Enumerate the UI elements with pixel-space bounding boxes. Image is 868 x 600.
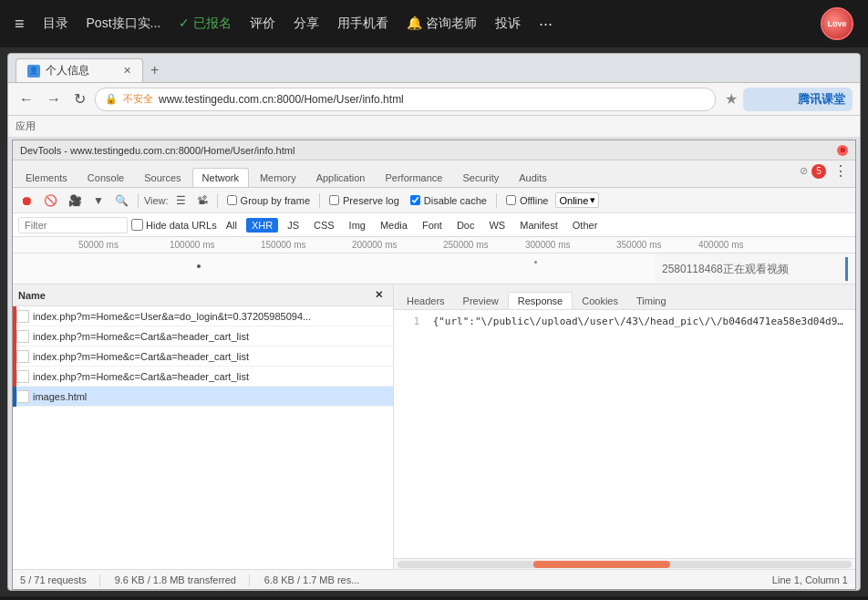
filter-img-btn[interactable]: Img <box>344 218 371 233</box>
toolbar-sep-3 <box>319 193 320 208</box>
address-input[interactable]: 🔒 不安全 www.testingedu.com.cn:8000/Home/Us… <box>95 88 716 111</box>
reload-btn[interactable]: ↻ <box>70 88 89 109</box>
nav-item-share[interactable]: 分享 <box>294 16 319 32</box>
browser-window: 👤 个人信息 ✕ + ← → ↻ 🔒 不安全 www.testingedu.co… <box>7 53 861 591</box>
devtools-status-bar: 5 / 71 requests │ 9.6 KB / 1.8 MB transf… <box>13 569 855 589</box>
tab-network[interactable]: Network <box>192 168 249 187</box>
filter-media-btn[interactable]: Media <box>375 218 413 233</box>
search-btn[interactable]: 🔍 <box>111 192 132 209</box>
devtools-tabs: Elements Console Sources Network Memory … <box>13 160 855 188</box>
bookmark-apps[interactable]: 应用 <box>16 119 36 133</box>
hide-data-urls-checkbox[interactable] <box>131 219 143 231</box>
tab-performance[interactable]: Performance <box>376 169 451 187</box>
filter-btn[interactable]: ▼ <box>89 192 108 209</box>
filter-manifest-btn[interactable]: Manifest <box>514 218 563 233</box>
filter-other-btn[interactable]: Other <box>567 218 604 233</box>
nav-item-enrolled[interactable]: ✓ 已报名 <box>179 16 232 32</box>
filter-css-btn[interactable]: CSS <box>308 218 340 233</box>
timeline-label-250k: 250000 ms <box>443 240 488 250</box>
row-checkbox-5 <box>16 390 29 403</box>
timeline-bars: 2580118468正在观看视频 <box>78 253 855 284</box>
transferred-status: 9.6 KB / 1.8 MB transferred <box>115 574 236 585</box>
detail-tab-cookies[interactable]: Cookies <box>573 293 627 309</box>
hide-data-urls-label: Hide data URLs <box>146 220 217 231</box>
red-indicator <box>13 306 16 387</box>
devtools-title-text: DevTools - www.testingedu.com.cn:8000/Ho… <box>20 145 294 156</box>
toolbar-sep-2 <box>217 193 218 208</box>
cursor-info: Line 1, Column 1 <box>772 574 848 585</box>
grid-view-btn[interactable]: ☰ <box>172 192 190 209</box>
tab-security[interactable]: Security <box>453 169 508 187</box>
tab-console[interactable]: Console <box>78 169 133 187</box>
nav-item-mobile[interactable]: 用手机看 <box>337 16 388 32</box>
nav-item-consult[interactable]: 🔔 咨询老师 <box>407 16 477 32</box>
horizontal-scrollbar[interactable] <box>394 558 855 569</box>
timeline-label-50k: 50000 ms <box>78 240 119 250</box>
disable-cache-checkbox[interactable] <box>410 195 420 205</box>
record-btn[interactable]: ⏺ <box>16 191 36 210</box>
resources-status: 6.8 KB / 1.7 MB res... <box>264 574 360 585</box>
filter-js-btn[interactable]: JS <box>282 218 305 233</box>
film-view-btn[interactable]: 📽 <box>193 192 212 209</box>
error-count-badge: 5 <box>811 164 826 179</box>
network-row-5[interactable]: images.html <box>13 387 393 407</box>
nav-item-catalog[interactable]: 目录 <box>43 16 68 32</box>
network-row-3[interactable]: index.php?m=Home&c=Cart&a=header_cart_li… <box>13 347 393 367</box>
filter-input[interactable] <box>18 217 128 233</box>
camera-btn[interactable]: 🎥 <box>65 192 86 209</box>
filter-xhr-btn[interactable]: XHR <box>246 218 278 233</box>
network-rows-wrapper: index.php?m=Home&c=User&a=do_login&t=0.3… <box>13 306 393 407</box>
timeline-dot-2 <box>534 261 537 264</box>
filter-font-btn[interactable]: Font <box>417 218 448 233</box>
response-text: {"url":"\/public\/upload\/user\/43\/head… <box>433 316 848 327</box>
filter-ws-btn[interactable]: WS <box>483 218 511 233</box>
security-lock-icon: 🔒 <box>105 93 118 105</box>
timeline-label-300k: 300000 ms <box>525 240 570 250</box>
tab-application[interactable]: Application <box>307 169 375 187</box>
tab-close-btn[interactable]: ✕ <box>123 65 131 77</box>
status-sep-2: │ <box>247 574 253 585</box>
network-row-4[interactable]: index.php?m=Home&c=Cart&a=header_cart_li… <box>13 367 393 387</box>
preserve-log-checkbox[interactable] <box>329 195 339 205</box>
tab-memory[interactable]: Memory <box>251 169 305 187</box>
timeline-header: 50000 ms 100000 ms 150000 ms 200000 ms 2… <box>13 237 855 253</box>
detail-line-1: 1 {"url":"\/public\/upload\/user\/43\/he… <box>401 314 848 330</box>
clear-btn[interactable]: 🚫 <box>40 192 61 209</box>
forward-btn[interactable]: → <box>43 89 65 109</box>
scroll-track[interactable] <box>398 561 852 568</box>
group-by-frame-checkbox[interactable] <box>227 195 237 205</box>
detail-tab-timing[interactable]: Timing <box>627 293 676 309</box>
toolbar-sep-4 <box>496 193 497 208</box>
user-avatar[interactable]: Love <box>821 7 853 40</box>
filter-doc-btn[interactable]: Doc <box>451 218 480 233</box>
disable-cache-label: Disable cache <box>424 195 487 206</box>
throttle-select[interactable]: Online ▾ <box>555 192 599 208</box>
browser-tab-active[interactable]: 👤 个人信息 ✕ <box>16 58 143 82</box>
tencent-logo-text: 腾讯课堂 <box>798 91 845 108</box>
close-col-btn[interactable]: ✕ <box>369 289 388 301</box>
tab-title: 个人信息 <box>46 63 89 78</box>
row-name-5: images.html <box>33 391 389 402</box>
new-tab-btn[interactable]: + <box>143 58 166 82</box>
nav-item-post[interactable]: Post接口实... <box>87 16 161 32</box>
tab-elements[interactable]: Elements <box>16 169 77 187</box>
devtools-more-btn[interactable]: ⋮ <box>830 159 852 183</box>
menu-icon[interactable]: ≡ <box>15 15 25 34</box>
nav-item-review[interactable]: 评价 <box>250 16 275 32</box>
offline-checkbox[interactable] <box>506 195 516 205</box>
devtools-close-btn[interactable]: ⊗ <box>837 145 848 156</box>
detail-tab-response[interactable]: Response <box>508 292 574 309</box>
network-row-2[interactable]: index.php?m=Home&c=Cart&a=header_cart_li… <box>13 326 393 347</box>
tab-sources[interactable]: Sources <box>135 169 190 187</box>
nav-more-btn[interactable]: ··· <box>539 15 553 34</box>
back-btn[interactable]: ← <box>16 89 37 109</box>
bookmark-bar: 应用 <box>8 116 860 138</box>
timeline-label-100k: 100000 ms <box>170 240 214 250</box>
filter-all-btn[interactable]: All <box>221 218 243 233</box>
detail-tab-preview[interactable]: Preview <box>454 293 508 309</box>
nav-item-complaint[interactable]: 投诉 <box>495 16 521 32</box>
scroll-thumb[interactable] <box>533 561 669 568</box>
detail-tab-headers[interactable]: Headers <box>398 293 454 309</box>
tab-audits[interactable]: Audits <box>510 169 556 187</box>
network-row-1[interactable]: index.php?m=Home&c=User&a=do_login&t=0.3… <box>13 306 393 326</box>
